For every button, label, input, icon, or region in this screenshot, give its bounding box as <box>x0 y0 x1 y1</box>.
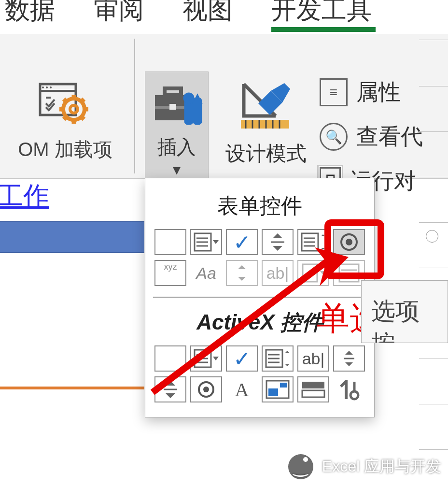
properties-icon: ≡ <box>320 78 348 106</box>
svg-line-13 <box>64 116 67 119</box>
combo-box-control-icon[interactable] <box>190 229 222 255</box>
text-box-ax-icon[interactable]: ab| <box>297 345 329 372</box>
svg-point-6 <box>70 105 78 113</box>
watermark: ‿ Excel 应用与开发 <box>288 454 441 479</box>
svg-rect-22 <box>241 120 289 129</box>
properties-button[interactable]: ≡ 属性 <box>320 77 423 107</box>
list-box-control-icon[interactable] <box>297 229 329 255</box>
svg-point-55 <box>203 387 209 392</box>
svg-line-14 <box>81 99 84 102</box>
svg-rect-60 <box>302 390 324 397</box>
briefcase-icon <box>150 77 203 130</box>
insert-controls-dropdown: 表单控件 ✓ xyz Aa ab| ActiveX 控件 ✓ ab| A <box>145 178 375 417</box>
svg-rect-57 <box>268 388 278 396</box>
svg-point-2 <box>42 86 44 88</box>
ribbon-tab-data[interactable]: 数据 <box>5 0 55 27</box>
design-mode-icon <box>237 77 295 135</box>
view-code-button[interactable]: 🔍 查看代 <box>320 122 423 152</box>
ribbon-tab-review[interactable]: 审阅 <box>94 0 144 27</box>
combo-disabled-icon[interactable] <box>297 260 329 286</box>
textfield-disabled-icon[interactable]: ab| <box>262 260 294 286</box>
view-code-icon: 🔍 <box>320 123 348 151</box>
insert-button-label: 插入 <box>157 134 196 160</box>
scrollbar-control-icon[interactable] <box>226 260 258 286</box>
watermark-icon: ‿ <box>288 454 313 479</box>
properties-label: 属性 <box>356 77 401 107</box>
ribbon-tab-view[interactable]: 视图 <box>182 0 233 27</box>
button-control-icon[interactable] <box>154 229 186 255</box>
com-addins-icon <box>36 80 94 129</box>
sheet-rows <box>0 253 144 482</box>
option-button-control-icon[interactable] <box>333 229 365 255</box>
com-addins-label: OM 加载项 <box>0 136 130 163</box>
spin-button-ax-icon[interactable] <box>154 376 186 402</box>
sheet-title-partial: 发工作 <box>0 179 49 214</box>
activex-controls-grid: ✓ ab| A <box>153 345 366 402</box>
svg-line-11 <box>64 99 67 102</box>
toggle-ax-icon[interactable] <box>297 376 329 402</box>
svg-point-4 <box>50 86 52 88</box>
watermark-text: Excel 应用与开发 <box>322 456 441 477</box>
design-mode-button[interactable]: 设计模式 <box>215 77 317 167</box>
selection-handle[interactable] <box>426 230 438 243</box>
spin-button-control-icon[interactable] <box>262 229 294 255</box>
svg-rect-59 <box>302 382 324 388</box>
label-control-icon[interactable]: Aa <box>190 260 222 286</box>
ribbon-tab-developer[interactable]: 开发工具 <box>271 0 372 27</box>
view-code-label: 查看代 <box>356 122 423 152</box>
design-mode-label: 设计模式 <box>215 140 317 167</box>
svg-rect-58 <box>280 383 287 388</box>
list-disabled-icon[interactable] <box>333 260 365 286</box>
group-box-control-icon[interactable]: xyz <box>154 260 186 286</box>
svg-rect-41 <box>339 264 359 282</box>
scrollbar-ax-icon[interactable] <box>333 345 365 372</box>
svg-point-3 <box>46 86 48 88</box>
checkbox-control-icon[interactable]: ✓ <box>226 229 258 255</box>
svg-line-12 <box>81 116 84 119</box>
command-button-ax-icon[interactable] <box>154 345 186 372</box>
svg-point-20 <box>185 94 193 102</box>
checkbox-ax-icon[interactable]: ✓ <box>226 345 258 372</box>
svg-rect-18 <box>169 104 176 110</box>
ribbon-tabs: 数据 审阅 视图 开发工具 <box>0 0 448 28</box>
chevron-down-icon: ▾ <box>173 160 181 179</box>
label-ax-icon[interactable]: A <box>226 376 258 402</box>
form-controls-header: 表单控件 <box>153 192 366 220</box>
com-addins-button[interactable]: OM 加载项 <box>0 77 130 163</box>
ribbon-toolbar: OM 加载项 插入 ▾ <box>0 34 448 179</box>
activex-controls-header: ActiveX 控件 <box>153 308 366 337</box>
svg-rect-61 <box>345 380 348 399</box>
svg-point-62 <box>350 391 358 399</box>
grid-lines <box>419 0 448 488</box>
list-box-ax-icon[interactable] <box>262 345 294 372</box>
combo-box-ax-icon[interactable] <box>190 345 222 372</box>
sheet-header <box>0 221 144 253</box>
svg-point-39 <box>346 239 352 245</box>
svg-rect-40 <box>303 264 317 282</box>
tooltip-partial: 选项按 <box>361 280 448 343</box>
more-controls-ax-icon[interactable] <box>333 376 365 402</box>
form-controls-grid: ✓ xyz Aa ab| <box>153 229 366 286</box>
svg-rect-16 <box>165 88 181 95</box>
image-ax-icon[interactable] <box>262 376 294 402</box>
option-button-ax-icon[interactable] <box>190 376 222 402</box>
